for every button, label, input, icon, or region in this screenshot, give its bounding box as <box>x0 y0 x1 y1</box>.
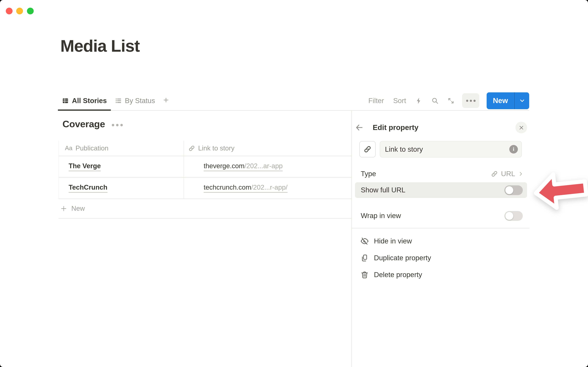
url-link[interactable]: theverge.com/202...ar-app <box>204 162 283 171</box>
duplicate-icon <box>361 254 368 262</box>
add-row-label: New <box>71 205 85 213</box>
new-record-button[interactable]: New <box>487 92 529 109</box>
tab-label: By Status <box>125 97 155 105</box>
trash-icon <box>361 271 368 279</box>
type-label: Type <box>361 170 376 178</box>
link-icon <box>491 170 498 177</box>
property-actions-menu: Hide in view Duplicate property Delete p… <box>355 233 527 283</box>
expand-diagonal-icon[interactable] <box>445 97 457 104</box>
app-stage: Media List All Stories By Status + Filte… <box>0 0 588 367</box>
toggle-label: Show full URL <box>361 186 504 194</box>
lightning-icon[interactable] <box>413 97 425 104</box>
cell-link-to-story[interactable]: techcrunch.com/202...r-app/ <box>184 178 351 199</box>
zoom-window-button[interactable] <box>27 8 34 14</box>
close-icon <box>519 125 524 130</box>
view-toolbar: Filter Sort New <box>366 92 529 109</box>
info-icon[interactable]: i <box>509 145 518 154</box>
database-more-icon[interactable] <box>112 122 123 126</box>
eye-off-icon <box>361 237 368 245</box>
panel-section-divider <box>351 228 529 228</box>
wrap-in-view-row[interactable]: Wrap in view <box>355 208 527 224</box>
close-window-button[interactable] <box>6 8 13 14</box>
show-full-url-row[interactable]: Show full URL <box>355 182 527 198</box>
panel-divider <box>351 111 352 367</box>
view-tabbar: All Stories By Status + Filter Sort <box>58 91 529 110</box>
table-view-icon <box>62 97 69 104</box>
plus-icon <box>60 205 67 212</box>
database-title[interactable]: Coverage <box>62 119 105 130</box>
back-icon[interactable] <box>355 123 363 132</box>
page-link[interactable]: TechCrunch <box>69 184 107 193</box>
filter-button[interactable]: Filter <box>366 97 386 105</box>
delete-property-item[interactable]: Delete property <box>355 266 527 283</box>
add-row-button[interactable]: New <box>59 199 351 219</box>
duplicate-property-item[interactable]: Duplicate property <box>355 250 527 266</box>
cell-publication[interactable]: The Verge <box>59 156 184 177</box>
database-table: Aa Publication Link to story The Verge t… <box>59 141 351 219</box>
toggle-label: Wrap in view <box>361 212 504 220</box>
minimize-window-button[interactable] <box>16 8 23 14</box>
panel-title: Edit property <box>373 123 418 132</box>
column-header-link-to-story[interactable]: Link to story <box>184 141 351 156</box>
chevron-right-icon <box>518 171 523 176</box>
search-icon[interactable] <box>429 97 441 104</box>
table-header-row: Aa Publication Link to story <box>59 141 351 156</box>
show-full-url-toggle[interactable] <box>504 185 523 195</box>
hide-in-view-item[interactable]: Hide in view <box>355 233 527 250</box>
column-header-publication[interactable]: Aa Publication <box>59 141 184 156</box>
edit-property-header: Edit property <box>355 121 527 134</box>
link-icon <box>188 145 195 151</box>
url-link[interactable]: techcrunch.com/202...r-app/ <box>204 184 288 193</box>
property-name-value: Link to story <box>385 145 509 153</box>
property-name-input[interactable]: Link to story i <box>380 141 522 158</box>
column-label: Link to story <box>198 144 234 152</box>
more-options-button[interactable] <box>462 93 479 108</box>
cell-link-to-story[interactable]: theverge.com/202...ar-app <box>184 156 351 177</box>
column-label: Publication <box>76 144 108 152</box>
link-icon <box>363 145 372 153</box>
list-view-icon <box>115 97 122 104</box>
chevron-down-icon[interactable] <box>514 92 529 109</box>
type-value: URL <box>501 170 515 178</box>
page-link[interactable]: The Verge <box>69 162 101 171</box>
new-record-label[interactable]: New <box>487 92 514 109</box>
app-window: Media List All Stories By Status + Filte… <box>0 0 588 367</box>
page-title: Media List <box>60 36 140 56</box>
text-property-icon: Aa <box>65 145 72 152</box>
tab-all-stories[interactable]: All Stories <box>58 91 111 110</box>
toggle-knob <box>505 212 513 220</box>
tab-label: All Stories <box>72 97 107 105</box>
cell-publication[interactable]: TechCrunch <box>59 178 184 199</box>
type-row[interactable]: Type URL <box>361 168 523 180</box>
table-row: TechCrunch techcrunch.com/202...r-app/ <box>59 178 351 199</box>
table-row: The Verge theverge.com/202...ar-app <box>59 156 351 178</box>
red-arrow-left-annotation <box>531 167 588 214</box>
sort-button[interactable]: Sort <box>391 97 408 105</box>
close-panel-button[interactable] <box>515 122 527 133</box>
wrap-in-view-toggle[interactable] <box>504 211 523 221</box>
property-type-icon-button[interactable] <box>359 141 376 158</box>
toggle-knob <box>505 186 513 194</box>
active-tab-underline <box>58 109 111 111</box>
add-view-button[interactable]: + <box>159 95 173 105</box>
tab-by-status[interactable]: By Status <box>111 91 159 110</box>
